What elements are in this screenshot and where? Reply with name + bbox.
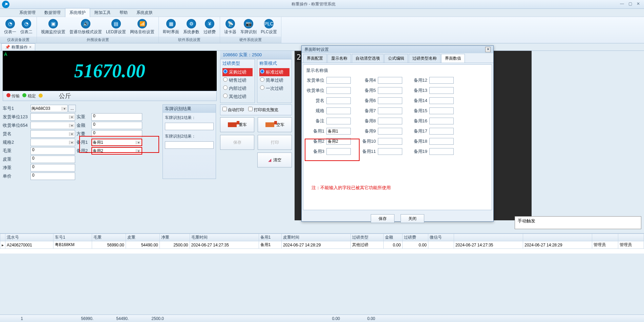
modal-field-备用8[interactable]: [378, 118, 402, 124]
modal-field-备用7[interactable]: [378, 107, 402, 114]
modal-tab-2[interactable]: 自动清空选项: [352, 54, 384, 63]
menu-1[interactable]: 数据管理: [40, 8, 65, 17]
modal-field-备用18[interactable]: [429, 138, 454, 145]
ribbon-过磅费[interactable]: ¥过磅费: [201, 18, 218, 37]
col-过磅类型[interactable]: 过磅类型: [351, 234, 384, 241]
doctab-close-icon[interactable]: ×: [29, 45, 31, 49]
col-毛重时间[interactable]: 毛重时间: [190, 234, 259, 241]
empty-vehicle-button[interactable]: 空车: [258, 117, 292, 132]
col-流水号[interactable]: 流水号: [5, 234, 53, 241]
ribbon-PLC设置[interactable]: PLCPLC设置: [259, 18, 279, 37]
dialog-close-button[interactable]: ✕: [485, 47, 491, 52]
modal-tab-1[interactable]: 显示名称: [327, 54, 351, 63]
preview-before-print-checkbox[interactable]: 打印前先预览: [248, 107, 278, 113]
field-规格2[interactable]: [30, 139, 75, 146]
modal-field-备用6[interactable]: [378, 97, 402, 104]
dialog-close-button-2[interactable]: 关闭: [401, 214, 424, 223]
col-备用1[interactable]: 备用1: [259, 234, 281, 241]
modal-field-规格[interactable]: [326, 107, 351, 114]
modal-field-发货单位[interactable]: [326, 77, 351, 84]
ribbon-视频监控设置[interactable]: ▣视频监控设置: [39, 18, 67, 37]
col-车号1[interactable]: 车号1: [53, 234, 92, 241]
menu-0[interactable]: 系统管理: [15, 8, 40, 17]
heavy-vehicle-button[interactable]: 重车: [220, 117, 254, 132]
field-单价[interactable]: 0: [30, 173, 75, 180]
field-净重[interactable]: 0: [30, 164, 75, 172]
opt-简单过磅[interactable]: 简单过磅: [259, 76, 289, 84]
ribbon-普通功放模式设置[interactable]: 🔊普通功放模式设置: [67, 18, 104, 37]
modal-field-备用4[interactable]: [378, 77, 402, 84]
ribbon-仪表二[interactable]: ◔仪表二: [18, 18, 35, 37]
modal-tab-5[interactable]: 界面数值: [441, 54, 465, 63]
dialog-save-button[interactable]: 保存: [371, 214, 394, 223]
ribbon-读卡器[interactable]: 📡读卡器: [222, 18, 238, 37]
col-微信号[interactable]: 微信号: [428, 234, 454, 241]
field-发货单位123[interactable]: [30, 113, 75, 121]
field-方量[interactable]: 0: [91, 130, 142, 138]
modal-field-收货单位[interactable]: [326, 87, 351, 94]
field-毛重[interactable]: 0: [30, 147, 75, 155]
field-金额[interactable]: 0: [91, 122, 142, 129]
menu-2[interactable]: 系统维护: [65, 8, 90, 17]
ribbon-即时界面[interactable]: ▦即时界面: [161, 18, 181, 37]
modal-field-备用10[interactable]: [378, 138, 402, 145]
modal-field-备用1[interactable]: [326, 128, 351, 135]
col-[interactable]: [523, 234, 592, 241]
grid-row-0[interactable]: ▸A2406270001粤B168KM56990.0054490.002500.…: [0, 241, 644, 249]
maximize-button[interactable]: ▢: [626, 1, 634, 7]
modal-field-备用14[interactable]: [429, 97, 454, 104]
ribbon-网络音柱设置[interactable]: 📶网络音柱设置: [128, 18, 156, 37]
records-grid[interactable]: 流水号车号1毛重皮重净重毛重时间备用1皮重时间过磅类型金额过磅费微信号▸A240…: [0, 233, 644, 254]
opt-内部过磅[interactable]: 内部过磅: [222, 84, 253, 93]
ribbon-系统参数[interactable]: ⚙系统参数: [181, 18, 201, 37]
modal-field-备用13[interactable]: [429, 87, 454, 94]
col-金额[interactable]: 金额: [383, 234, 402, 241]
col-[interactable]: [454, 234, 523, 241]
opt-采购过磅[interactable]: 采购过磅: [222, 68, 253, 76]
print-button[interactable]: 打印: [258, 135, 292, 150]
opt-标准过磅[interactable]: 标准过磅: [259, 68, 289, 76]
modal-tab-3[interactable]: 公式编辑: [384, 54, 408, 63]
col-皮重[interactable]: 皮重: [126, 234, 159, 241]
modal-field-备用9[interactable]: [378, 128, 402, 135]
field-实重[interactable]: 0: [91, 113, 142, 121]
modal-field-备用19[interactable]: [429, 148, 454, 155]
col-毛重[interactable]: 毛重: [92, 234, 126, 241]
modal-tab-4[interactable]: 过磅类型名称: [409, 54, 441, 63]
menu-4[interactable]: 帮助: [115, 8, 132, 17]
ribbon-LED屏设置[interactable]: ▤LED屏设置: [104, 18, 128, 37]
opt-销售过磅[interactable]: 销售过磅: [222, 76, 253, 84]
opt-其他过磅[interactable]: 其他过磅: [222, 93, 253, 101]
col-皮重时间[interactable]: 皮重时间: [281, 234, 350, 241]
ribbon-仪表一[interactable]: ◔仪表一: [2, 18, 18, 37]
modal-field-备用5[interactable]: [378, 87, 402, 94]
modal-field-备用17[interactable]: [429, 128, 454, 135]
modal-field-货名[interactable]: [326, 97, 351, 104]
col-过磅费[interactable]: 过磅费: [402, 234, 428, 241]
auto-print-checkbox[interactable]: 自动打印: [222, 107, 244, 113]
modal-field-备用16[interactable]: [429, 118, 454, 124]
manual-trigger-button[interactable]: 手动触发: [515, 216, 641, 229]
field-车号1[interactable]: 闽A68C03: [30, 105, 68, 112]
col-净重[interactable]: 净重: [159, 234, 190, 241]
opt-一次过磅[interactable]: 一次过磅: [259, 84, 289, 93]
field-备用1[interactable]: 备用1: [91, 139, 142, 146]
vehicle-lookup-button[interactable]: ...: [68, 105, 76, 112]
menu-5[interactable]: 系统皮肤: [132, 8, 157, 17]
modal-field-备用15[interactable]: [429, 107, 454, 114]
field-备用2[interactable]: 备用2: [91, 147, 142, 155]
modal-field-备注[interactable]: [326, 118, 351, 124]
close-button[interactable]: ✕: [635, 1, 642, 7]
field-皮重[interactable]: 0: [30, 156, 75, 163]
modal-field-备用12[interactable]: [429, 77, 454, 84]
doctab-weighing[interactable]: 📌 称重操作 ×: [1, 43, 35, 51]
field-收货单位654[interactable]: [30, 122, 75, 129]
menu-3[interactable]: 附加工具: [90, 8, 115, 17]
col-[interactable]: [618, 234, 644, 241]
col-[interactable]: [592, 234, 618, 241]
clear-button[interactable]: ◢清空: [257, 153, 292, 167]
minimize-button[interactable]: —: [618, 1, 626, 7]
ribbon-车牌识别[interactable]: 📷车牌识别: [238, 18, 259, 37]
modal-field-备用11[interactable]: [378, 148, 402, 155]
modal-tab-0[interactable]: 界面配置: [303, 54, 327, 63]
